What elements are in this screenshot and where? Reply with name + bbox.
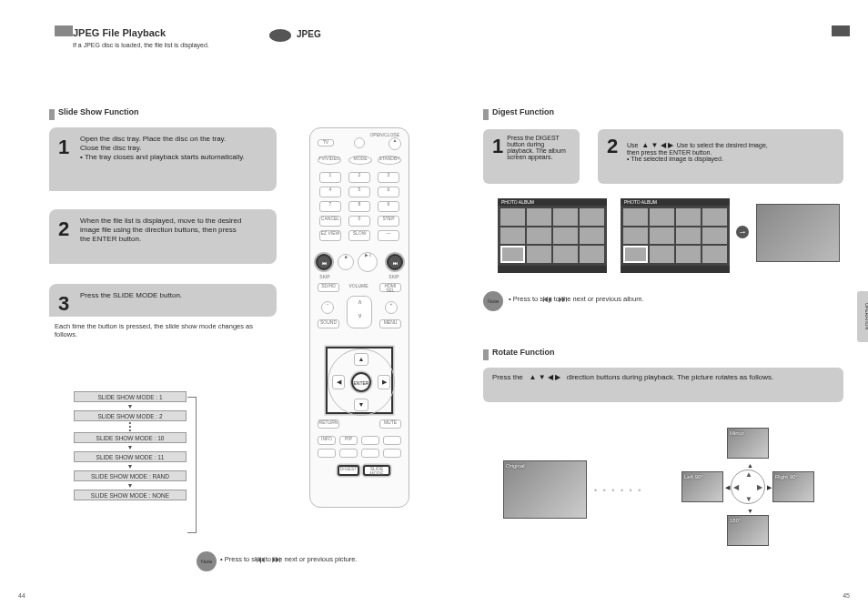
num-2[interactable]: 2 — [348, 172, 370, 183]
zoom-button[interactable]: — — [378, 230, 399, 241]
format-badge — [269, 29, 291, 42]
skip-back-button[interactable]: ⏮ — [316, 254, 332, 270]
album-footer — [621, 266, 730, 273]
mode-10: SLIDE SHOW MODE : 10 — [74, 432, 187, 443]
note-text-content: • Press to skip to the next or previous … — [509, 295, 644, 303]
step-button[interactable]: STEP — [378, 216, 399, 227]
num-5[interactable]: 5 — [348, 187, 370, 197]
num-0[interactable]: 0 — [348, 216, 370, 227]
step-number: 1 — [58, 135, 75, 162]
enter-button[interactable]: ENTER — [351, 372, 371, 392]
open-close-button[interactable]: ▲ — [389, 137, 401, 150]
thumb — [580, 246, 604, 263]
num-8[interactable]: 8 — [348, 201, 370, 212]
pip-button[interactable]: PIP — [339, 436, 358, 445]
led — [354, 137, 365, 148]
fn-button6[interactable] — [383, 449, 401, 458]
skip-fwd-button[interactable]: ⏭ — [387, 254, 403, 270]
section-bar — [483, 349, 489, 360]
num-9[interactable]: 9 — [378, 201, 399, 212]
num-3[interactable]: 3 — [378, 172, 399, 183]
dpad-down[interactable]: ▼ — [354, 399, 368, 411]
thumb — [580, 208, 604, 226]
thumb — [527, 208, 551, 226]
mode-none: SLIDE SHOW MODE : NONE — [74, 490, 187, 500]
menu-button[interactable]: MENU — [379, 319, 401, 328]
dpad-left[interactable]: ◀ — [332, 375, 345, 389]
playback-photo — [756, 204, 840, 262]
remote-control: OPEN/CLOSE TV ▲ TV/VIDEO MODE STANDBY 1 … — [309, 127, 409, 508]
rotate-box: Press the ▲ ▼ ◀ ▶ direction buttons duri… — [483, 368, 843, 402]
album-screen-2: PHOTO ALBUM — [621, 198, 730, 273]
step-1-box: 1 Open the disc tray. Place the disc on … — [49, 127, 277, 191]
mode-11: SLIDE SHOW MODE : 11 — [74, 451, 187, 462]
arrow-icon: → — [736, 226, 749, 238]
thumb — [702, 246, 727, 263]
dpad-up[interactable]: ▲ — [354, 353, 368, 366]
thumb — [500, 227, 525, 245]
rot-label: Right 90° — [775, 474, 798, 480]
slow-button[interactable]: SLOW — [348, 230, 370, 241]
thumb — [702, 227, 727, 245]
direction-pad[interactable]: ▲ ▼ ◀ ▶ ENTER — [326, 347, 393, 414]
step-number: 2 — [607, 135, 623, 162]
stop-button[interactable]: ■ — [338, 254, 354, 270]
thumb — [500, 208, 525, 226]
side-tab: OPERATION — [857, 291, 868, 342]
num-1[interactable]: 1 — [319, 172, 341, 183]
num-7[interactable]: 7 — [319, 201, 341, 212]
sd-hd-button[interactable]: SD/HD — [318, 283, 339, 292]
step-text: Press the SLIDE MODE button. — [80, 291, 182, 317]
section-title-slide: Slide Show Function — [58, 107, 139, 116]
fn-button4[interactable] — [339, 449, 358, 458]
num-4[interactable]: 4 — [319, 187, 341, 197]
arrow-icons: ▲ ▼ ◀ ▶ — [641, 141, 673, 149]
thumb — [650, 208, 674, 226]
fn-button[interactable] — [361, 436, 379, 445]
fn-button2[interactable] — [383, 436, 401, 445]
mode-button[interactable]: MODE — [348, 156, 372, 165]
rot-180: 180° — [727, 515, 769, 546]
chain-arrow: ▼ — [71, 481, 189, 490]
hdmi-button[interactable]: HDMI SEL — [379, 283, 401, 292]
thumb — [676, 246, 701, 263]
ezview-button[interactable]: EZ VIEW — [319, 230, 341, 241]
section-bar — [49, 109, 55, 120]
return-button[interactable]: RETURN — [318, 419, 339, 429]
tv-video-button[interactable]: TV/VIDEO — [318, 156, 341, 165]
step-number: 3 — [58, 291, 75, 317]
note-badge: Note — [197, 551, 217, 571]
chain-arrow: ▼ — [71, 462, 189, 470]
album-grid — [621, 206, 730, 266]
original-image: Original — [503, 460, 587, 519]
thumb — [650, 246, 674, 263]
dpad-right[interactable]: ▶ — [378, 375, 390, 389]
plus-button[interactable]: + — [385, 301, 398, 314]
skip-icons: ⏮ ⏭ — [257, 554, 283, 564]
slide-mode-button[interactable]: SLIDE MODE — [363, 465, 390, 476]
info-button[interactable]: INFO — [318, 436, 336, 445]
digest-button[interactable]: DIGEST — [338, 465, 359, 476]
mute-button[interactable]: MUTE — [379, 419, 401, 429]
tv-button[interactable]: TV — [318, 139, 334, 146]
section-bar — [483, 109, 489, 120]
mode-1: SLIDE SHOW MODE : 1 — [74, 391, 187, 402]
format-label: JPEG — [297, 29, 321, 39]
fn-button5[interactable] — [361, 449, 379, 458]
volume-rocker[interactable]: ∧ ∨ — [347, 296, 372, 328]
section-title-rotate: Rotate Function — [492, 348, 555, 357]
cancel-button[interactable]: CANCEL — [319, 216, 341, 227]
mode-rand: SLIDE SHOW MODE : RAND — [74, 470, 187, 481]
sound-button[interactable]: SOUND — [318, 319, 339, 328]
album-footer — [498, 266, 607, 273]
fn-button3[interactable] — [318, 449, 336, 458]
thumb — [623, 227, 648, 245]
chain-arrow: ▼ — [71, 402, 189, 410]
num-6[interactable]: 6 — [378, 187, 399, 197]
minus-button[interactable]: – — [321, 301, 334, 314]
thumb — [527, 227, 551, 245]
standby-button[interactable]: STANDBY — [378, 156, 401, 165]
play-pause-button[interactable]: ▶॥ — [358, 252, 378, 272]
skip-label: SKIP — [385, 274, 403, 279]
step-number: 2 — [58, 217, 75, 244]
